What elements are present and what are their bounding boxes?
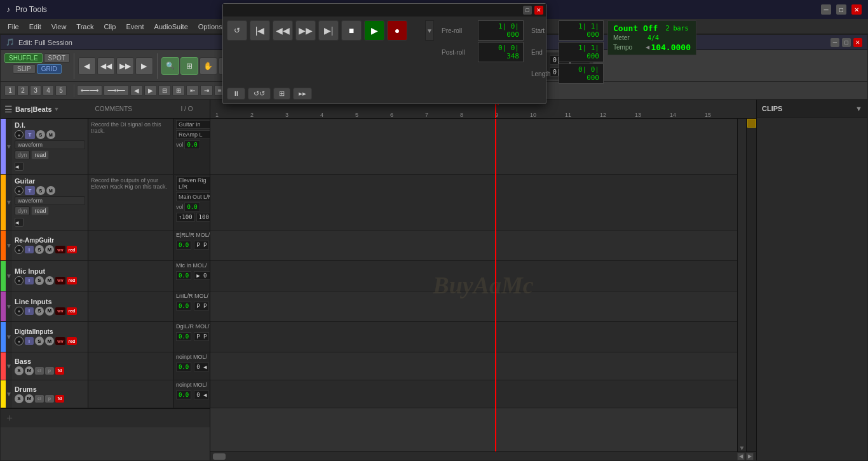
- collapse-arrow-mic[interactable]: ▼: [6, 272, 12, 279]
- t-btn-guitar[interactable]: T: [25, 186, 35, 195]
- track-on-di[interactable]: ●: [15, 130, 24, 139]
- collapse-arrow-guitar[interactable]: ▼: [6, 199, 12, 206]
- shuffle-button[interactable]: SHUFFLE: [4, 53, 43, 63]
- nav-r[interactable]: ▶: [144, 85, 157, 96]
- i-btn-reamp[interactable]: I: [25, 246, 34, 253]
- v-scroll[interactable]: ▼: [737, 119, 746, 451]
- menu-audiosuite[interactable]: AudioSuite: [149, 22, 193, 32]
- edit-maximize[interactable]: □: [842, 38, 851, 47]
- nav-forward[interactable]: ▶: [135, 57, 153, 75]
- grid-button[interactable]: GRID: [37, 64, 62, 74]
- t-btn-di[interactable]: T: [25, 130, 35, 139]
- collapse-arrow-bass[interactable]: ▼: [6, 363, 12, 370]
- m-btn-drums[interactable]: M: [25, 394, 34, 403]
- tempo-val[interactable]: 104.0000: [651, 43, 691, 52]
- edit-minimize[interactable]: ─: [831, 38, 839, 47]
- transport-expand[interactable]: ▼: [425, 20, 434, 41]
- nav-forward-fast[interactable]: ▶▶: [116, 57, 134, 75]
- m-btn-line[interactable]: M: [45, 307, 54, 316]
- loop-btn[interactable]: ↺↺: [248, 88, 271, 100]
- waveform-btn-di[interactable]: waveform: [15, 140, 85, 149]
- postroll-value[interactable]: 0| 0| 348: [478, 42, 524, 62]
- play-button[interactable]: ▶: [364, 20, 384, 41]
- punch-btn[interactable]: ⊞: [273, 88, 290, 100]
- add-track-button[interactable]: ＋: [4, 411, 15, 425]
- m-btn-digital[interactable]: M: [45, 337, 54, 345]
- zoom-r[interactable]: ⊞: [172, 85, 185, 96]
- menu-file[interactable]: File: [3, 22, 24, 32]
- trans-start-value[interactable]: 1| 1| 000: [559, 20, 604, 41]
- transport-close[interactable]: ✕: [534, 6, 543, 15]
- m-btn-reamp[interactable]: M: [45, 245, 54, 254]
- scroll-down[interactable]: ▼: [738, 444, 746, 451]
- online-btn[interactable]: ⏸: [227, 88, 245, 100]
- nav-back[interactable]: ◀: [78, 57, 96, 75]
- s-btn-guitar[interactable]: S: [36, 186, 45, 195]
- track-arrow-guitar[interactable]: ◂: [15, 218, 24, 227]
- tab-r[interactable]: ⇥: [200, 85, 213, 96]
- dyn-btn-guitar[interactable]: dyn: [15, 206, 31, 215]
- waveform-btn-guitar[interactable]: waveform: [15, 196, 85, 205]
- select-tool[interactable]: ⊞: [180, 57, 198, 75]
- maximize-button[interactable]: □: [836, 4, 846, 15]
- dyn-btn-di[interactable]: dyn: [15, 150, 31, 159]
- scroll-left[interactable]: ◀: [737, 453, 745, 460]
- loop-button[interactable]: ↺: [227, 20, 247, 41]
- i-btn-line[interactable]: I: [25, 307, 34, 315]
- s-btn-digital[interactable]: S: [35, 337, 44, 345]
- menu-event[interactable]: Event: [121, 22, 149, 32]
- red-btn-digital[interactable]: red: [67, 337, 77, 345]
- cl-btn-bass[interactable]: cl: [35, 367, 44, 375]
- slip-button[interactable]: SLIP: [13, 64, 36, 74]
- spot-button[interactable]: SPOT: [44, 53, 70, 63]
- track-on-line[interactable]: ●: [15, 307, 24, 316]
- nav-l[interactable]: ◀: [130, 85, 143, 96]
- menu-edit[interactable]: Edit: [24, 22, 46, 32]
- nav-back-fast[interactable]: ◀◀: [97, 57, 115, 75]
- trans-end-value[interactable]: 1| 1| 000: [559, 42, 604, 62]
- track-on-digital[interactable]: ●: [15, 337, 24, 345]
- read-btn-di[interactable]: read: [31, 150, 49, 159]
- collapse-arrow-line[interactable]: ▼: [6, 303, 12, 310]
- collapse-arrow-reamp[interactable]: ▼: [6, 242, 12, 249]
- menu-view[interactable]: View: [46, 22, 72, 32]
- zoom-in[interactable]: ⟵⟶: [77, 85, 102, 96]
- menu-track[interactable]: Track: [71, 22, 98, 32]
- go-to-end[interactable]: ▶|: [318, 20, 339, 41]
- prime-btn[interactable]: ▸▸: [293, 88, 312, 100]
- s-btn-reamp[interactable]: S: [35, 245, 44, 254]
- cl-btn-drums[interactable]: cl: [35, 395, 44, 403]
- p-btn-drums[interactable]: p: [45, 395, 54, 403]
- i-btn-mic[interactable]: I: [25, 277, 34, 284]
- close-button[interactable]: ✕: [851, 4, 862, 15]
- num-btn-1[interactable]: 1: [4, 85, 16, 96]
- mem-loc[interactable]: ⊟: [158, 85, 171, 96]
- edit-close[interactable]: ✕: [853, 38, 862, 47]
- read-btn-guitar[interactable]: read: [31, 206, 49, 215]
- track-on-guitar[interactable]: ●: [15, 186, 24, 195]
- tempo-down[interactable]: ◀: [646, 44, 649, 50]
- return-to-zero[interactable]: |◀: [250, 20, 270, 41]
- collapse-arrow-digital[interactable]: ▼: [6, 333, 12, 340]
- record-button[interactable]: ●: [387, 20, 407, 41]
- scroll-thumb[interactable]: [213, 453, 226, 460]
- rewind-button[interactable]: ◀◀: [273, 20, 293, 41]
- p-btn-bass[interactable]: p: [45, 367, 54, 375]
- preroll-value[interactable]: 1| 0| 000: [478, 20, 524, 41]
- m-btn-guitar[interactable]: M: [46, 186, 55, 195]
- s-btn-bass[interactable]: S: [15, 366, 24, 375]
- hamburger-menu[interactable]: ☰: [4, 104, 13, 114]
- minimize-button[interactable]: ─: [821, 4, 831, 15]
- wv-btn-mic[interactable]: wv: [55, 277, 65, 284]
- zoom-out[interactable]: ⟶⟵: [104, 85, 129, 96]
- collapse-arrow-di[interactable]: ▼: [6, 143, 12, 150]
- track-arrow-di[interactable]: ◂: [15, 162, 24, 171]
- num-btn-2[interactable]: 2: [17, 85, 29, 96]
- track-on-reamp[interactable]: ●: [15, 245, 24, 254]
- num-btn-3[interactable]: 3: [30, 85, 41, 96]
- grab-tool[interactable]: ✋: [200, 57, 217, 75]
- bars-beats-arrow[interactable]: ▼: [54, 106, 60, 112]
- collapse-arrow-drums[interactable]: ▼: [6, 391, 12, 398]
- trans-length-value[interactable]: 0| 0| 000: [559, 63, 604, 84]
- meter-val[interactable]: 4/4: [648, 34, 659, 41]
